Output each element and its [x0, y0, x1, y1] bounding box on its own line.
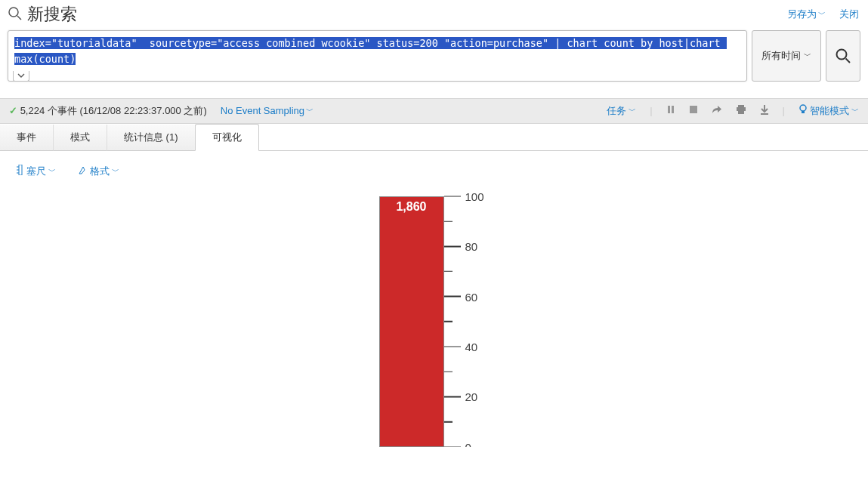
stop-button[interactable]	[689, 105, 698, 116]
major-tick: 20	[444, 390, 478, 403]
bulb-icon	[798, 104, 808, 117]
page-title: 新搜索	[27, 3, 77, 26]
chevron-down-icon: ﹀	[851, 106, 859, 116]
chevron-down-icon: ﹀	[306, 106, 314, 116]
print-button[interactable]	[736, 105, 746, 116]
svg-line-3	[846, 58, 851, 63]
minor-tick	[444, 220, 453, 222]
major-tick: 0	[444, 440, 471, 447]
chevron-down-icon: ﹀	[112, 166, 119, 177]
job-menu-label: 任务	[607, 104, 626, 118]
divider: |	[650, 105, 652, 116]
svg-point-11	[800, 105, 806, 111]
format-label: 格式	[90, 165, 110, 178]
tick-label: 20	[465, 390, 478, 403]
minor-tick	[444, 271, 453, 273]
print-icon	[736, 105, 746, 114]
save-as-label: 另存为	[787, 8, 817, 21]
tick-label: 100	[465, 190, 484, 202]
search-icon	[835, 48, 851, 64]
svg-point-2	[837, 49, 847, 59]
save-as-link[interactable]: 另存为 ﹀	[787, 8, 826, 21]
format-picker[interactable]: 格式 ﹀	[79, 165, 119, 178]
pause-button[interactable]	[666, 105, 675, 116]
chevron-down-icon: ﹀	[804, 51, 811, 61]
expand-query-button[interactable]	[13, 71, 29, 82]
download-icon	[760, 105, 769, 115]
minor-tick	[444, 321, 453, 322]
job-status: ✓ 5,224 个事件 (16/12/08 22:23:37.000 之前)	[9, 104, 207, 118]
event-sampling-dropdown[interactable]: No Event Sampling ﹀	[221, 105, 314, 116]
pause-icon	[666, 105, 675, 114]
events-count-text: 5,224 个事件 (16/12/08 22:23:37.000 之前)	[20, 105, 207, 116]
svg-line-1	[17, 16, 21, 20]
chevron-down-icon: ﹀	[818, 9, 826, 20]
run-search-button[interactable]	[826, 30, 860, 82]
tab-patterns[interactable]: 模式	[54, 125, 107, 151]
svg-rect-5	[672, 106, 674, 113]
gauge-bar: 1,860	[379, 196, 444, 447]
major-tick: 100	[444, 190, 484, 202]
major-tick: 40	[444, 341, 478, 353]
search-icon	[8, 6, 23, 23]
tick-label: 80	[465, 240, 478, 253]
gauge-fill	[380, 197, 443, 446]
chart-type-picker[interactable]: 塞尺 ﹀	[17, 165, 56, 178]
tick-label: 0	[465, 440, 471, 447]
search-input[interactable]: index="tutorialdata" sourcetype="access_…	[8, 30, 747, 82]
search-query-text: index="tutorialdata" sourcetype="access_…	[14, 35, 740, 67]
svg-rect-4	[668, 106, 670, 113]
svg-rect-9	[738, 111, 744, 114]
divider: |	[783, 105, 785, 116]
tab-visualization[interactable]: 可视化	[195, 124, 259, 151]
gauge-value-label: 1,860	[380, 200, 443, 214]
svg-point-0	[9, 8, 18, 17]
chevron-down-icon	[17, 73, 25, 78]
tab-statistics[interactable]: 统计信息 (1)	[107, 125, 196, 151]
svg-rect-12	[802, 111, 805, 113]
major-tick: 60	[444, 290, 478, 303]
stop-icon	[689, 105, 698, 114]
chart-type-label: 塞尺	[26, 165, 46, 178]
format-icon	[79, 165, 88, 177]
gauge-icon	[17, 165, 24, 177]
search-mode-dropdown[interactable]: 智能模式 ﹀	[798, 104, 859, 118]
minor-tick	[444, 421, 453, 423]
share-button[interactable]	[712, 105, 722, 116]
sampling-label: No Event Sampling	[221, 105, 304, 116]
minor-tick	[444, 372, 453, 373]
time-range-picker[interactable]: 所有时间 ﹀	[752, 30, 821, 82]
filler-gauge: 1,860 020406080100	[379, 196, 490, 447]
major-tick: 80	[444, 240, 478, 253]
check-icon: ✓	[9, 105, 17, 116]
tab-events[interactable]: 事件	[0, 125, 54, 151]
tick-label: 40	[465, 341, 478, 353]
chevron-down-icon: ﹀	[48, 166, 56, 177]
svg-rect-7	[738, 105, 744, 107]
job-menu[interactable]: 任务 ﹀	[607, 104, 636, 118]
time-label: 所有时间	[761, 49, 801, 63]
export-button[interactable]	[760, 105, 769, 117]
close-link[interactable]: 关闭	[839, 8, 859, 21]
svg-rect-6	[690, 106, 697, 113]
share-icon	[712, 105, 722, 114]
svg-rect-8	[737, 107, 746, 111]
tick-label: 60	[465, 290, 478, 303]
search-mode-label: 智能模式	[810, 104, 849, 118]
svg-rect-13	[19, 165, 22, 175]
chevron-down-icon: ﹀	[629, 106, 636, 116]
result-tabs: 事件 模式 统计信息 (1) 可视化	[0, 124, 868, 151]
gauge-scale: 020406080100	[444, 196, 490, 447]
